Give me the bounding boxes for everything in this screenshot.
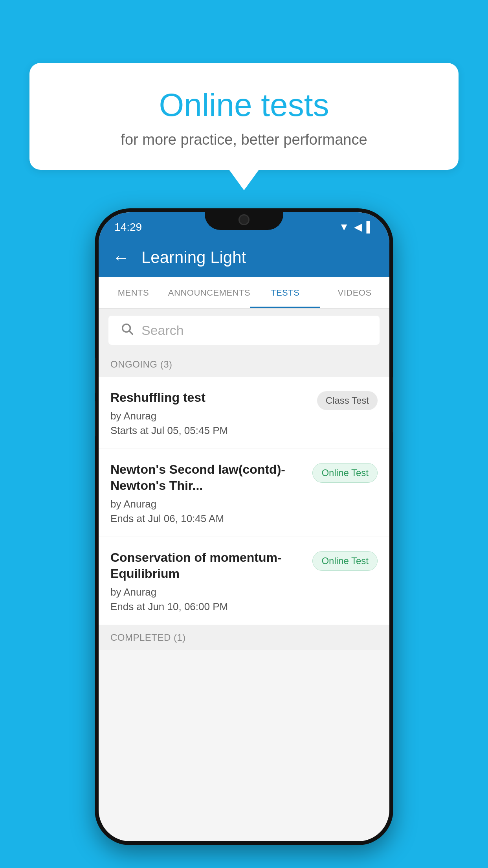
test-name: Newton's Second law(contd)-Newton's Thir…	[110, 462, 305, 494]
test-badge-class: Class Test	[317, 391, 378, 410]
wifi-icon: ▼	[339, 221, 349, 233]
volume-up-button[interactable]	[95, 358, 95, 393]
battery-icon: ▌	[367, 221, 374, 233]
power-button[interactable]	[393, 377, 393, 432]
app-header: ← Learning Light	[99, 238, 389, 277]
tab-tests[interactable]: TESTS	[250, 277, 320, 308]
test-list: Reshuffling test by Anurag Starts at Jul…	[99, 377, 389, 625]
phone-screen: 14:29 ▼ ◀ ▌ ← Learning Light MENTS ANNOU…	[99, 212, 389, 841]
test-author: by Anurag	[110, 498, 305, 510]
search-placeholder: Search	[141, 323, 184, 338]
test-author: by Anurag	[110, 410, 309, 422]
test-item[interactable]: Conservation of momentum-Equilibrium by …	[99, 537, 389, 625]
phone-notch	[205, 208, 283, 230]
completed-section-label: COMPLETED (1)	[99, 625, 389, 650]
test-author: by Anurag	[110, 586, 305, 598]
test-item[interactable]: Reshuffling test by Anurag Starts at Jul…	[99, 377, 389, 449]
promo-title: Online tests	[57, 86, 431, 123]
tab-announcements[interactable]: ANNOUNCEMENTS	[168, 277, 250, 308]
front-camera	[238, 214, 250, 225]
phone-frame: 14:29 ▼ ◀ ▌ ← Learning Light MENTS ANNOU…	[95, 208, 393, 845]
tab-videos[interactable]: VIDEOS	[320, 277, 389, 308]
test-date: Starts at Jul 05, 05:45 PM	[110, 425, 309, 437]
tab-ments[interactable]: MENTS	[99, 277, 168, 308]
test-name: Reshuffling test	[110, 390, 309, 406]
test-info: Newton's Second law(contd)-Newton's Thir…	[110, 462, 305, 525]
search-bar[interactable]: Search	[108, 316, 380, 345]
app-title: Learning Light	[141, 248, 246, 267]
test-date: Ends at Jun 10, 06:00 PM	[110, 601, 305, 613]
status-icons: ▼ ◀ ▌	[339, 221, 374, 233]
signal-icon: ◀	[354, 221, 362, 233]
test-badge-online: Online Test	[312, 551, 378, 571]
test-name: Conservation of momentum-Equilibrium	[110, 550, 305, 582]
promo-subtitle: for more practice, better performance	[57, 131, 431, 148]
volume-down-button[interactable]	[95, 401, 95, 436]
test-item[interactable]: Newton's Second law(contd)-Newton's Thir…	[99, 449, 389, 537]
ongoing-section-label: ONGOING (3)	[99, 352, 389, 377]
tabs-bar: MENTS ANNOUNCEMENTS TESTS VIDEOS	[99, 277, 389, 309]
test-date: Ends at Jul 06, 10:45 AM	[110, 513, 305, 525]
promo-card: Online tests for more practice, better p…	[29, 63, 459, 170]
test-badge-online: Online Test	[312, 463, 378, 483]
test-info: Conservation of momentum-Equilibrium by …	[110, 550, 305, 613]
test-info: Reshuffling test by Anurag Starts at Jul…	[110, 390, 309, 437]
svg-line-1	[129, 331, 132, 334]
search-icon	[120, 322, 134, 339]
search-container: Search	[99, 309, 389, 352]
back-button[interactable]: ←	[112, 248, 130, 267]
status-time: 14:29	[114, 221, 142, 234]
